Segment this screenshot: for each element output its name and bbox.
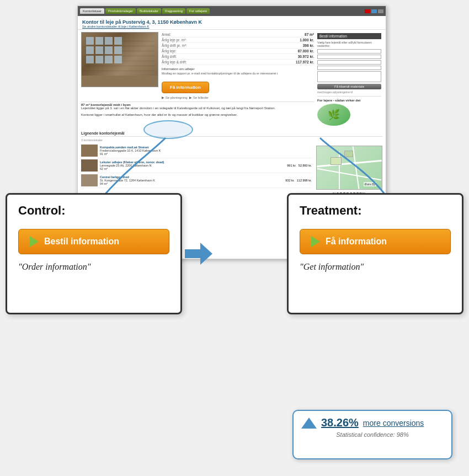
panel-textarea-bemaerkning[interactable] (317, 71, 381, 82)
nav-tab-udlejere[interactable]: For udlejere (186, 8, 210, 14)
treatment-quote: "Get information" (300, 262, 451, 272)
website-right-panel: Bestil information Vælg fare lejemål ell… (316, 32, 382, 127)
second-panel-title: For lejere - sådan virker det (317, 99, 381, 102)
stats-confidence: Statistical confidence: 98% (301, 431, 444, 438)
blue-right-arrow (185, 243, 212, 265)
guide-icon: 🌿 (317, 104, 350, 126)
website-fa-information-button[interactable]: Få information (162, 82, 209, 93)
control-box: Control: Bestil information "Order infor… (6, 193, 182, 314)
detail-label-leje: Årlig leje: (162, 49, 177, 53)
panel-instructions: Vælg fare lejemål eller udfyld formulare… (317, 41, 381, 47)
treatment-button-label: Få information (326, 237, 387, 247)
control-button-label: Bestil information (44, 237, 119, 247)
detail-value-drift-m2: 398 kr. (303, 44, 314, 47)
nav-tab-kontorlokaer[interactable]: Kontorlokaer (80, 8, 104, 14)
treatment-box: Treatment: Få information "Get informati… (287, 193, 463, 314)
treatment-title: Treatment: (300, 204, 451, 218)
see-plantegning[interactable]: ▶ Se plantegning ▶ Se billeder (162, 95, 314, 99)
panel-note: med bruges.oplysningerne til (317, 90, 381, 94)
detail-label-areal: Areal: (162, 33, 171, 36)
green-arrow-icon-control (30, 236, 39, 247)
detail-label-leje-m2: Årlig leje pr. m²: (162, 38, 186, 42)
detail-value-leje-m2: 1.000 kr. (300, 38, 314, 42)
detail-label-drift: Årlig drift: (162, 55, 177, 58)
stats-main-row: 38.26% more conversions (301, 416, 444, 429)
website-header: Kontor til leje på Pustervig 4, 3, 1150 … (78, 16, 386, 30)
panel-send-button[interactable]: Få tilsendt materiale (317, 84, 381, 89)
control-bestil-button[interactable]: Bestil information (18, 229, 169, 254)
green-arrow-icon-treatment (311, 236, 320, 247)
panel-input-firma[interactable] (317, 55, 381, 59)
stats-more-text: more conversions (363, 419, 424, 427)
stats-box: 38.26% more conversions Statistical conf… (292, 410, 452, 459)
panel-title: Bestil information (317, 33, 381, 39)
main-container: Kontorlokaer Produktionslager Butiksloka… (0, 0, 469, 476)
detail-value-areal: 87 m² (305, 33, 314, 36)
property-description: 87 m² kontorlejemål midt i byen Lejemåle… (81, 101, 314, 117)
up-arrow-icon (301, 418, 317, 429)
website-property-title: Kontor til leje på Pustervig 4, 3, 1150 … (82, 19, 381, 25)
panel-input-navn[interactable] (317, 49, 381, 54)
property-image (81, 32, 158, 87)
info-seller-title: Information om udlejer (162, 67, 314, 71)
detail-value-drift: 30.972 kr. (298, 55, 314, 58)
detail-value-leje: 87.000 kr. (298, 49, 314, 53)
treatment-fa-button[interactable]: Få information (300, 229, 451, 254)
panel-input-telefon[interactable] (317, 66, 381, 70)
info-seller-sub: Modtag en rapport pr. e-mail med kontakt… (162, 72, 314, 75)
property-details: Areal:87 m² Årlig leje pr. m²:1.000 kr. … (162, 32, 314, 99)
detail-label-leje-drift: Årlig leje & drift: (162, 60, 187, 64)
website-nav: Kontorlokaer Produktionslager Butiksloka… (78, 6, 386, 16)
detail-label-drift-m2: Årlig drift pr. m²: (162, 44, 187, 47)
nav-tab-produktionslager[interactable]: Produktionslager (105, 8, 136, 14)
nav-tab-butikslokaler[interactable]: Butikslokaler (137, 8, 161, 14)
website-property-subtitle[interactable]: Se andre kontorslokaler til leje i Køben… (82, 25, 381, 28)
nav-tab-dagpasning[interactable]: Dagpasning (162, 8, 185, 14)
stats-percentage: 38.26% (321, 416, 359, 429)
control-title: Control: (18, 204, 169, 218)
detail-value-leje-drift: 117.972 kr. (296, 60, 314, 64)
panel-input-email[interactable] (317, 60, 381, 65)
control-quote: "Order information" (18, 262, 169, 272)
